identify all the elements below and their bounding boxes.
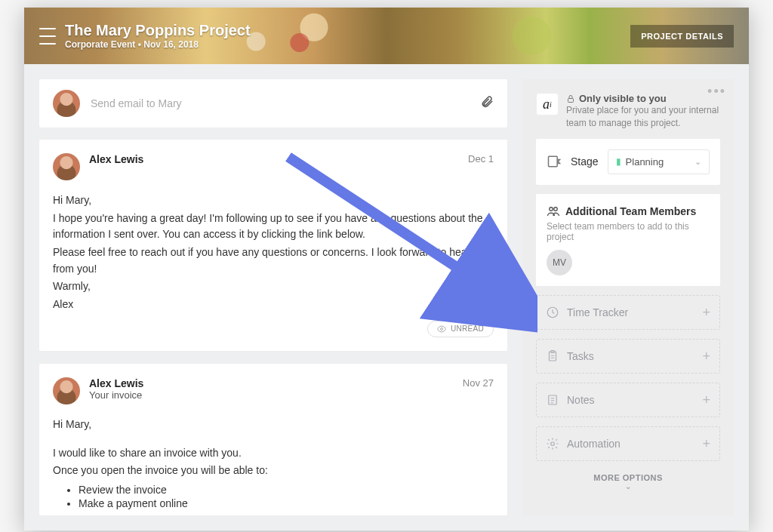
message-author: Alex Lewis — [89, 377, 143, 389]
stage-panel: Stage ▮ Planning ⌄ — [536, 139, 720, 185]
message[interactable]: Alex Lewis Your invoice Nov 27 Hi Mary, … — [39, 364, 507, 515]
message[interactable]: Alex Lewis Dec 1 Hi Mary, I hope you're … — [39, 140, 507, 352]
message-bullets: Review the invoice Make a payment online — [79, 484, 494, 509]
message-subject: Your invoice — [89, 389, 143, 401]
message-date: Dec 1 — [468, 153, 494, 165]
stage-icon — [547, 154, 562, 169]
team-title: Additional Team Members — [565, 205, 696, 217]
message-author: Alex Lewis — [89, 153, 143, 165]
chevron-down-icon: ⌄ — [694, 157, 701, 167]
plus-icon: + — [702, 437, 710, 451]
plus-icon: + — [702, 306, 710, 319]
svg-point-3 — [550, 207, 553, 211]
chevron-down-icon: ⌄ — [536, 482, 720, 490]
visibility-title: Only visible to you — [566, 93, 720, 104]
lock-icon — [566, 94, 575, 103]
project-title: The Mary Poppins Project — [65, 22, 251, 39]
svg-point-0 — [440, 328, 442, 330]
more-options-button[interactable]: MORE OPTIONS ⌄ — [536, 473, 720, 490]
compose-email[interactable] — [39, 79, 507, 128]
plus-icon: + — [702, 349, 710, 363]
menu-icon[interactable] — [39, 28, 56, 45]
notes-icon — [546, 393, 559, 407]
project-details-button[interactable]: PROJECT DETAILS — [630, 25, 734, 48]
project-hero: The Mary Poppins Project Corporate Event… — [24, 8, 749, 64]
sidebar-tool-time-tracker[interactable]: Time Tracker + — [536, 295, 720, 330]
visibility-desc: Private place for you and your internal … — [566, 104, 720, 130]
team-panel: Additional Team Members Select team memb… — [536, 194, 720, 286]
team-icon — [547, 204, 560, 218]
unread-badge[interactable]: UNREAD — [427, 321, 494, 337]
svg-point-4 — [554, 207, 558, 211]
sidebar-tool-notes[interactable]: Notes + — [536, 383, 720, 417]
avatar — [53, 377, 80, 404]
stage-select[interactable]: ▮ Planning ⌄ — [608, 149, 710, 174]
svg-point-9 — [551, 441, 555, 445]
attachment-icon[interactable] — [480, 95, 494, 112]
sidebar-tool-tasks[interactable]: Tasks + — [536, 339, 720, 374]
message-body: Hi Mary, I hope you're having a great da… — [53, 192, 494, 313]
message-date: Nov 27 — [463, 377, 494, 389]
brand-logo: ai — [536, 93, 559, 115]
clipboard-icon — [546, 349, 559, 363]
team-desc: Select team members to add to this proje… — [547, 221, 710, 242]
clock-icon — [546, 306, 559, 319]
sidebar: ••• ai Only visible to you Private place… — [522, 79, 734, 515]
svg-rect-1 — [568, 98, 574, 102]
plus-icon: + — [702, 393, 710, 407]
avatar — [53, 153, 80, 180]
svg-rect-2 — [549, 156, 558, 166]
message-body: Hi Mary, I would like to share an invoic… — [53, 417, 494, 479]
flag-icon: ▮ — [616, 156, 621, 167]
gear-icon — [546, 437, 559, 451]
avatar — [53, 90, 80, 117]
sidebar-tool-automation[interactable]: Automation + — [536, 426, 720, 461]
project-subtitle: Corporate Event • Nov 16, 2018 — [65, 39, 251, 50]
compose-input[interactable] — [91, 97, 470, 109]
stage-label: Stage — [571, 155, 599, 168]
team-member-avatar[interactable]: MV — [547, 250, 572, 275]
more-menu-icon[interactable]: ••• — [707, 84, 726, 100]
